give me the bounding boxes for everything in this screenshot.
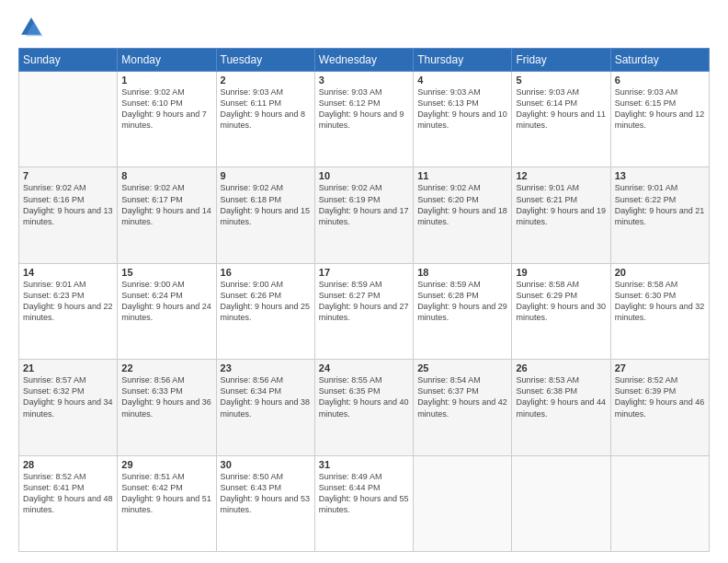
calendar-cell: 22Sunrise: 8:56 AMSunset: 6:33 PMDayligh… bbox=[118, 360, 216, 455]
calendar-cell bbox=[414, 455, 512, 551]
day-number: 20 bbox=[615, 267, 705, 278]
calendar-cell: 3Sunrise: 9:03 AMSunset: 6:12 PMDaylight… bbox=[314, 72, 413, 167]
cell-info: Sunrise: 9:03 AMSunset: 6:12 PMDaylight:… bbox=[319, 86, 409, 132]
day-number: 15 bbox=[121, 267, 211, 278]
calendar: SundayMondayTuesdayWednesdayThursdayFrid… bbox=[18, 48, 710, 552]
cell-info: Sunrise: 9:03 AMSunset: 6:14 PMDaylight:… bbox=[516, 86, 606, 132]
calendar-cell: 10Sunrise: 9:02 AMSunset: 6:19 PMDayligh… bbox=[314, 167, 413, 263]
cell-info: Sunrise: 9:02 AMSunset: 6:17 PMDaylight:… bbox=[121, 182, 211, 227]
day-number: 31 bbox=[319, 459, 409, 470]
calendar-cell: 21Sunrise: 8:57 AMSunset: 6:32 PMDayligh… bbox=[19, 360, 118, 455]
day-number: 23 bbox=[221, 362, 311, 373]
cell-info: Sunrise: 9:03 AMSunset: 6:15 PMDaylight:… bbox=[615, 86, 705, 132]
calendar-cell: 25Sunrise: 8:54 AMSunset: 6:37 PMDayligh… bbox=[414, 360, 512, 455]
calendar-header-wednesday: Wednesday bbox=[314, 49, 413, 72]
calendar-cell: 23Sunrise: 8:56 AMSunset: 6:34 PMDayligh… bbox=[216, 360, 314, 455]
calendar-cell: 17Sunrise: 8:59 AMSunset: 6:27 PMDayligh… bbox=[314, 263, 413, 359]
calendar-cell: 14Sunrise: 9:01 AMSunset: 6:23 PMDayligh… bbox=[19, 263, 118, 359]
cell-info: Sunrise: 9:03 AMSunset: 6:11 PMDaylight:… bbox=[221, 86, 311, 132]
day-number: 17 bbox=[319, 267, 409, 278]
calendar-cell: 9Sunrise: 9:02 AMSunset: 6:18 PMDaylight… bbox=[216, 167, 314, 263]
calendar-week-4: 21Sunrise: 8:57 AMSunset: 6:32 PMDayligh… bbox=[19, 360, 710, 455]
calendar-header-thursday: Thursday bbox=[414, 49, 512, 72]
day-number: 24 bbox=[319, 362, 409, 373]
calendar-header-tuesday: Tuesday bbox=[216, 49, 314, 72]
cell-info: Sunrise: 9:02 AMSunset: 6:10 PMDaylight:… bbox=[121, 86, 211, 132]
day-number: 26 bbox=[516, 362, 606, 373]
day-number: 29 bbox=[121, 459, 211, 470]
day-number: 21 bbox=[23, 362, 113, 373]
calendar-cell: 16Sunrise: 9:00 AMSunset: 6:26 PMDayligh… bbox=[216, 263, 314, 359]
calendar-cell: 7Sunrise: 9:02 AMSunset: 6:16 PMDaylight… bbox=[19, 167, 118, 263]
logo bbox=[18, 15, 48, 40]
cell-info: Sunrise: 8:56 AMSunset: 6:33 PMDaylight:… bbox=[121, 374, 211, 419]
calendar-cell: 29Sunrise: 8:51 AMSunset: 6:42 PMDayligh… bbox=[118, 455, 216, 551]
cell-info: Sunrise: 9:02 AMSunset: 6:16 PMDaylight:… bbox=[23, 182, 113, 227]
calendar-cell bbox=[512, 455, 610, 551]
calendar-cell: 24Sunrise: 8:55 AMSunset: 6:35 PMDayligh… bbox=[314, 360, 413, 455]
day-number: 28 bbox=[23, 459, 113, 470]
header bbox=[18, 15, 710, 40]
day-number: 19 bbox=[516, 267, 606, 278]
calendar-cell: 30Sunrise: 8:50 AMSunset: 6:43 PMDayligh… bbox=[216, 455, 314, 551]
cell-info: Sunrise: 9:01 AMSunset: 6:21 PMDaylight:… bbox=[516, 182, 606, 227]
calendar-cell: 6Sunrise: 9:03 AMSunset: 6:15 PMDaylight… bbox=[610, 72, 709, 167]
day-number: 16 bbox=[221, 267, 311, 278]
day-number: 4 bbox=[417, 75, 507, 86]
cell-info: Sunrise: 8:56 AMSunset: 6:34 PMDaylight:… bbox=[221, 374, 311, 419]
day-number: 7 bbox=[23, 170, 113, 181]
day-number: 14 bbox=[23, 267, 113, 278]
cell-info: Sunrise: 8:59 AMSunset: 6:27 PMDaylight:… bbox=[319, 279, 409, 324]
calendar-cell: 4Sunrise: 9:03 AMSunset: 6:13 PMDaylight… bbox=[414, 72, 512, 167]
calendar-cell: 1Sunrise: 9:02 AMSunset: 6:10 PMDaylight… bbox=[118, 72, 216, 167]
cell-info: Sunrise: 8:51 AMSunset: 6:42 PMDaylight:… bbox=[121, 471, 211, 516]
day-number: 3 bbox=[319, 75, 409, 86]
day-number: 1 bbox=[121, 75, 211, 86]
day-number: 22 bbox=[121, 362, 211, 373]
day-number: 5 bbox=[516, 75, 606, 86]
cell-info: Sunrise: 9:01 AMSunset: 6:22 PMDaylight:… bbox=[615, 182, 705, 227]
cell-info: Sunrise: 9:01 AMSunset: 6:23 PMDaylight:… bbox=[23, 279, 113, 324]
day-number: 2 bbox=[221, 75, 311, 86]
cell-info: Sunrise: 9:02 AMSunset: 6:20 PMDaylight:… bbox=[417, 182, 507, 227]
calendar-cell: 13Sunrise: 9:01 AMSunset: 6:22 PMDayligh… bbox=[610, 167, 709, 263]
cell-info: Sunrise: 8:50 AMSunset: 6:43 PMDaylight:… bbox=[221, 471, 311, 516]
cell-info: Sunrise: 8:55 AMSunset: 6:35 PMDaylight:… bbox=[319, 374, 409, 419]
calendar-cell: 31Sunrise: 8:49 AMSunset: 6:44 PMDayligh… bbox=[314, 455, 413, 551]
calendar-cell: 26Sunrise: 8:53 AMSunset: 6:38 PMDayligh… bbox=[512, 360, 610, 455]
day-number: 30 bbox=[221, 459, 311, 470]
calendar-cell: 5Sunrise: 9:03 AMSunset: 6:14 PMDaylight… bbox=[512, 72, 610, 167]
calendar-cell bbox=[19, 72, 118, 167]
day-number: 6 bbox=[615, 75, 705, 86]
cell-info: Sunrise: 8:53 AMSunset: 6:38 PMDaylight:… bbox=[516, 374, 606, 419]
day-number: 10 bbox=[319, 170, 409, 181]
calendar-week-2: 7Sunrise: 9:02 AMSunset: 6:16 PMDaylight… bbox=[19, 167, 710, 263]
cell-info: Sunrise: 8:59 AMSunset: 6:28 PMDaylight:… bbox=[417, 279, 507, 324]
calendar-header-monday: Monday bbox=[118, 49, 216, 72]
cell-info: Sunrise: 8:54 AMSunset: 6:37 PMDaylight:… bbox=[417, 374, 507, 419]
logo-icon bbox=[18, 15, 44, 40]
cell-info: Sunrise: 8:52 AMSunset: 6:41 PMDaylight:… bbox=[23, 471, 113, 516]
cell-info: Sunrise: 9:03 AMSunset: 6:13 PMDaylight:… bbox=[417, 86, 507, 132]
cell-info: Sunrise: 8:49 AMSunset: 6:44 PMDaylight:… bbox=[319, 471, 409, 516]
calendar-cell: 27Sunrise: 8:52 AMSunset: 6:39 PMDayligh… bbox=[610, 360, 709, 455]
calendar-cell: 11Sunrise: 9:02 AMSunset: 6:20 PMDayligh… bbox=[414, 167, 512, 263]
calendar-cell: 2Sunrise: 9:03 AMSunset: 6:11 PMDaylight… bbox=[216, 72, 314, 167]
calendar-cell: 20Sunrise: 8:58 AMSunset: 6:30 PMDayligh… bbox=[610, 263, 709, 359]
calendar-cell: 19Sunrise: 8:58 AMSunset: 6:29 PMDayligh… bbox=[512, 263, 610, 359]
calendar-week-3: 14Sunrise: 9:01 AMSunset: 6:23 PMDayligh… bbox=[19, 263, 710, 359]
day-number: 9 bbox=[221, 170, 311, 181]
calendar-cell: 8Sunrise: 9:02 AMSunset: 6:17 PMDaylight… bbox=[118, 167, 216, 263]
day-number: 8 bbox=[121, 170, 211, 181]
calendar-cell bbox=[610, 455, 709, 551]
calendar-header-sunday: Sunday bbox=[19, 49, 118, 72]
day-number: 27 bbox=[615, 362, 705, 373]
cell-info: Sunrise: 8:58 AMSunset: 6:29 PMDaylight:… bbox=[516, 279, 606, 324]
calendar-header-saturday: Saturday bbox=[610, 49, 709, 72]
cell-info: Sunrise: 9:00 AMSunset: 6:24 PMDaylight:… bbox=[121, 279, 211, 324]
calendar-week-5: 28Sunrise: 8:52 AMSunset: 6:41 PMDayligh… bbox=[19, 455, 710, 551]
calendar-cell: 18Sunrise: 8:59 AMSunset: 6:28 PMDayligh… bbox=[414, 263, 512, 359]
day-number: 25 bbox=[417, 362, 507, 373]
calendar-header-friday: Friday bbox=[512, 49, 610, 72]
calendar-cell: 12Sunrise: 9:01 AMSunset: 6:21 PMDayligh… bbox=[512, 167, 610, 263]
